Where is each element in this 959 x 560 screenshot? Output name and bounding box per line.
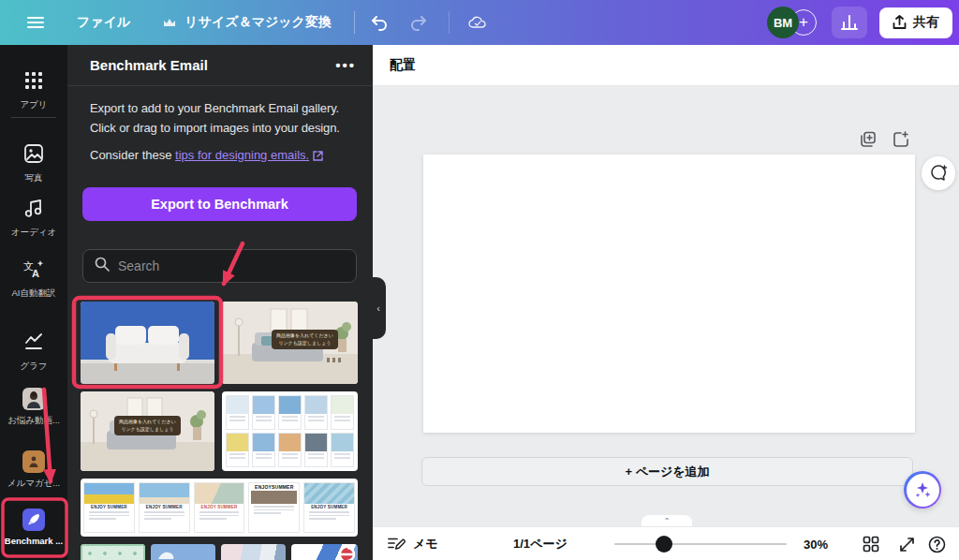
status-bar: メモ 1/1ページ 30% xyxy=(373,526,959,560)
poster: ENJOY SUMMER xyxy=(194,482,245,533)
translate-icon: 文A xyxy=(22,258,45,283)
file-menu[interactable]: ファイル xyxy=(77,14,130,31)
context-toolbar: 配置 xyxy=(373,45,959,86)
toolbar-divider xyxy=(449,11,450,34)
design-page[interactable] xyxy=(423,155,915,433)
undo-icon[interactable] xyxy=(370,13,389,32)
sparkles-icon xyxy=(913,480,932,499)
zoom-level: 30% xyxy=(804,527,828,560)
benchmark-rocket-icon xyxy=(22,508,45,531)
upload-icon xyxy=(893,15,907,30)
svg-text:A: A xyxy=(32,268,39,279)
panel-description: Export to add to your Benchmark Email ga… xyxy=(67,86,373,139)
search-box[interactable] xyxy=(82,249,357,283)
sidebar-item-label: お悩み動画... xyxy=(7,415,60,427)
tips-link[interactable]: tips for designing emails. xyxy=(175,148,309,162)
toolbar-divider xyxy=(354,11,355,34)
sidebar-item-ai-translate[interactable]: 文A AI自動翻訳 xyxy=(0,258,67,300)
poster: ENJOY SUMMER xyxy=(303,482,355,533)
sidebar-item-label: Benchmark ... xyxy=(5,536,63,546)
resize-magic-menu[interactable]: リサイズ＆マジック変換 xyxy=(184,14,332,31)
share-label: 共有 xyxy=(913,14,939,31)
grid-view-icon[interactable] xyxy=(863,527,879,560)
insights-chart-button[interactable] xyxy=(832,7,867,38)
zoom-slider-thumb[interactable] xyxy=(656,536,672,553)
page-indicator: 1/1ページ xyxy=(513,527,568,560)
left-sidebar: アプリ 写真 オーディオ 文A AI自動翻訳 グラフ xyxy=(0,45,67,560)
notes-button[interactable]: メモ xyxy=(388,527,438,560)
template-thumbnail[interactable] xyxy=(291,544,358,560)
avatar[interactable]: BM xyxy=(767,7,799,38)
template-thumbnail-room-2[interactable]: 商品画像を入れてください リンクも設定しましょう xyxy=(81,391,214,471)
sidebar-item-label: グラフ xyxy=(20,361,47,373)
template-thumbnail-sofa-blue[interactable] xyxy=(81,302,214,384)
line-chart-icon xyxy=(23,333,44,356)
sidebar-item-label: アプリ xyxy=(20,99,47,111)
photos-icon xyxy=(23,143,44,168)
template-thumbnail[interactable] xyxy=(221,544,286,560)
sidebar-item-benchmark[interactable]: Benchmark ... xyxy=(0,508,67,546)
panel-collapse-tab[interactable]: ‹ xyxy=(371,277,386,339)
template-thumbnail-room[interactable]: 商品画像を入れてください リンクも設定しましょう xyxy=(222,302,358,384)
duplicate-page-icon[interactable] xyxy=(860,131,877,148)
canva-editor: ファイル リサイズ＆マジック変換 BM + 共有 xyxy=(0,0,959,560)
sidebar-item-audio[interactable]: オーディオ xyxy=(0,198,67,239)
hamburger-menu-icon[interactable] xyxy=(26,13,45,32)
notes-icon xyxy=(388,537,406,552)
sidebar-item-label: 写真 xyxy=(25,172,43,184)
crown-icon xyxy=(160,13,179,32)
template-thumbnail-summer-posters[interactable]: ENJOY SUMMER ENJOY SUMMER ENJOY SUMMER xyxy=(81,479,358,537)
cloud-saved-icon xyxy=(468,13,487,32)
poster: ENJOY SUMMER xyxy=(139,482,190,533)
audio-icon xyxy=(23,198,44,222)
template-thumbnail[interactable] xyxy=(81,544,145,560)
more-options-icon[interactable]: ••• xyxy=(335,57,356,73)
poster: ENJOYSUMMER xyxy=(248,482,300,533)
redo-icon[interactable] xyxy=(409,13,428,32)
apps-grid-icon xyxy=(23,70,44,95)
search-input[interactable] xyxy=(118,258,345,273)
sidebar-item-label: メルマガセ... xyxy=(7,478,61,490)
newsletter-icon xyxy=(22,450,45,473)
panel-title: Benchmark Email xyxy=(90,57,208,73)
sidebar-item-photos[interactable]: 写真 xyxy=(0,143,67,184)
external-link-icon xyxy=(313,150,323,164)
placeholder-badge: 商品画像を入れてください リンクも設定しましょう xyxy=(272,330,338,349)
add-comment-button[interactable] xyxy=(922,156,955,190)
top-bar: ファイル リサイズ＆マジック変換 BM + 共有 xyxy=(0,0,959,45)
sidebar-item-apps[interactable]: アプリ xyxy=(0,70,67,111)
sidebar-item-label: オーディオ xyxy=(11,227,56,239)
sidebar-divider xyxy=(11,117,56,118)
person-video-icon xyxy=(22,388,45,410)
sidebar-item-label: AI自動翻訳 xyxy=(12,287,56,300)
export-to-benchmark-button[interactable]: Export to Benchmark xyxy=(82,187,357,221)
magic-assistant-button[interactable] xyxy=(904,471,941,508)
search-icon xyxy=(95,257,110,275)
panel-header: Benchmark Email ••• xyxy=(67,45,373,86)
help-icon[interactable] xyxy=(928,527,946,560)
sidebar-item-advice-videos[interactable]: お悩み動画... xyxy=(0,388,67,427)
sidebar-item-newsletter[interactable]: メルマガセ... xyxy=(0,450,67,490)
tips-line: Consider these tips for designing emails… xyxy=(67,139,373,164)
template-thumbnail[interactable] xyxy=(151,544,215,560)
benchmark-email-panel: Benchmark Email ••• Export to add to you… xyxy=(67,45,373,560)
add-page-icon[interactable] xyxy=(893,131,909,148)
poster: ENJOY SUMMER xyxy=(83,482,135,533)
add-page-button[interactable]: + ページを追加 xyxy=(421,457,913,486)
template-thumbnail-grid[interactable] xyxy=(222,391,358,471)
canvas-area: 配置 + ページを追加 ⌃ メモ xyxy=(373,45,959,560)
sidebar-item-charts[interactable]: グラフ xyxy=(0,333,67,373)
workspace: + ページを追加 xyxy=(373,86,959,526)
share-button[interactable]: 共有 xyxy=(879,7,952,38)
position-tab[interactable]: 配置 xyxy=(390,57,416,74)
fullscreen-icon[interactable] xyxy=(899,527,915,560)
zoom-slider[interactable] xyxy=(614,543,787,545)
placeholder-badge: 商品画像を入れてください リンクも設定しましょう xyxy=(114,416,181,435)
